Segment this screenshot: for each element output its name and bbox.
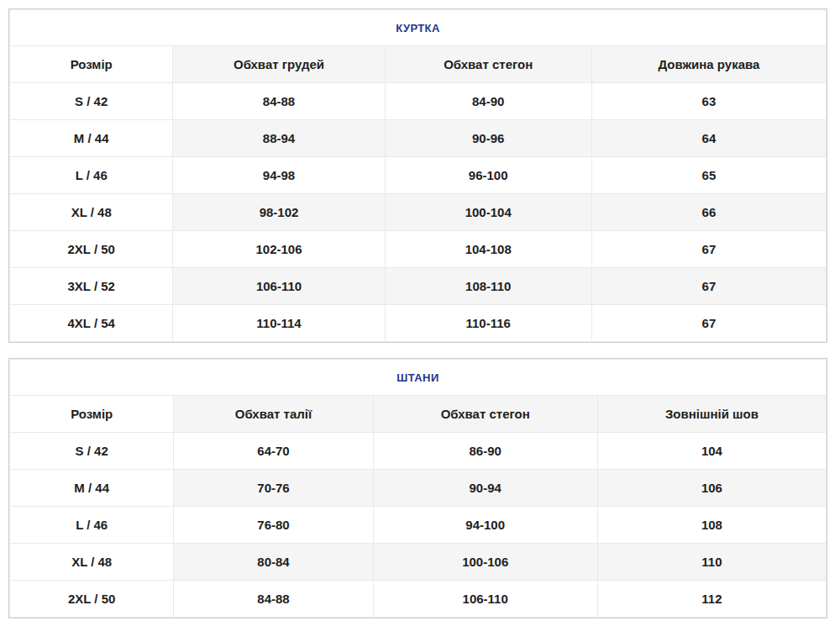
- size-cell: 2XL / 50: [10, 231, 173, 268]
- table-row: XL / 4898-102100-10466: [10, 194, 827, 231]
- size-cell: S / 42: [10, 433, 174, 470]
- value-cell: 64: [591, 120, 826, 157]
- table-row: S / 4264-7086-90104: [10, 433, 827, 470]
- column-header: Довжина рукава: [591, 46, 826, 83]
- size-cell: XL / 48: [10, 544, 174, 581]
- value-cell: 96-100: [385, 157, 591, 194]
- value-cell: 112: [597, 581, 826, 618]
- column-header: Розмір: [10, 46, 173, 83]
- value-cell: 110: [597, 544, 826, 581]
- value-cell: 106: [597, 470, 826, 507]
- value-cell: 67: [591, 231, 826, 268]
- value-cell: 108-110: [385, 268, 591, 305]
- value-cell: 84-88: [173, 83, 385, 120]
- value-cell: 100-106: [373, 544, 597, 581]
- value-cell: 104-108: [385, 231, 591, 268]
- value-cell: 88-94: [173, 120, 385, 157]
- table-row: M / 4488-9490-9664: [10, 120, 827, 157]
- size-cell: 3XL / 52: [10, 268, 173, 305]
- value-cell: 64-70: [174, 433, 373, 470]
- value-cell: 63: [591, 83, 826, 120]
- column-header: Обхват стегон: [373, 396, 597, 433]
- table-title: КУРТКА: [10, 10, 827, 46]
- size-cell: M / 44: [10, 120, 173, 157]
- table-row: 3XL / 52106-110108-11067: [10, 268, 827, 305]
- size-cell: 2XL / 50: [10, 581, 174, 618]
- value-cell: 94-100: [373, 507, 597, 544]
- value-cell: 86-90: [373, 433, 597, 470]
- table-row: XL / 4880-84100-106110: [10, 544, 827, 581]
- value-cell: 94-98: [173, 157, 385, 194]
- size-cell: L / 46: [10, 507, 174, 544]
- table-row: S / 4284-8884-9063: [10, 83, 827, 120]
- size-charts-page: КУРТКАРозмірОбхват грудейОбхват стегонДо…: [0, 0, 840, 621]
- size-table-1: ШТАНИРозмірОбхват таліїОбхват стегонЗовн…: [8, 358, 827, 618]
- value-cell: 76-80: [174, 507, 373, 544]
- value-cell: 100-104: [385, 194, 591, 231]
- value-cell: 70-76: [174, 470, 373, 507]
- column-header: Розмір: [10, 396, 174, 433]
- column-header: Обхват грудей: [173, 46, 385, 83]
- column-header: Обхват стегон: [385, 46, 591, 83]
- value-cell: 110-116: [385, 305, 591, 342]
- value-cell: 90-94: [373, 470, 597, 507]
- table-row: L / 4694-9896-10065: [10, 157, 827, 194]
- size-table: ШТАНИРозмірОбхват таліїОбхват стегонЗовн…: [9, 359, 827, 618]
- table-row: 2XL / 50102-106104-10867: [10, 231, 827, 268]
- value-cell: 67: [591, 305, 826, 342]
- column-header: Обхват талії: [174, 396, 373, 433]
- value-cell: 84-90: [385, 83, 591, 120]
- value-cell: 67: [591, 268, 826, 305]
- table-row: 2XL / 5084-88106-110112: [10, 581, 827, 618]
- value-cell: 90-96: [385, 120, 591, 157]
- value-cell: 80-84: [174, 544, 373, 581]
- size-table-0: КУРТКАРозмірОбхват грудейОбхват стегонДо…: [8, 8, 827, 343]
- value-cell: 106-110: [173, 268, 385, 305]
- value-cell: 98-102: [173, 194, 385, 231]
- size-cell: L / 46: [10, 157, 173, 194]
- column-header: Зовнішній шов: [597, 396, 826, 433]
- size-charts: КУРТКАРозмірОбхват грудейОбхват стегонДо…: [8, 8, 827, 618]
- value-cell: 102-106: [173, 231, 385, 268]
- size-cell: M / 44: [10, 470, 174, 507]
- table-row: 4XL / 54110-114110-11667: [10, 305, 827, 342]
- value-cell: 106-110: [373, 581, 597, 618]
- value-cell: 108: [597, 507, 826, 544]
- table-row: M / 4470-7690-94106: [10, 470, 827, 507]
- value-cell: 65: [591, 157, 826, 194]
- size-table: КУРТКАРозмірОбхват грудейОбхват стегонДо…: [9, 9, 827, 342]
- table-title-row: ШТАНИ: [10, 360, 827, 396]
- size-cell: 4XL / 54: [10, 305, 173, 342]
- column-header-row: РозмірОбхват таліїОбхват стегонЗовнішній…: [10, 396, 827, 433]
- table-row: L / 4676-8094-100108: [10, 507, 827, 544]
- value-cell: 66: [591, 194, 826, 231]
- table-title-row: КУРТКА: [10, 10, 827, 46]
- value-cell: 110-114: [173, 305, 385, 342]
- column-header-row: РозмірОбхват грудейОбхват стегонДовжина …: [10, 46, 827, 83]
- size-cell: S / 42: [10, 83, 173, 120]
- value-cell: 104: [597, 433, 826, 470]
- table-title: ШТАНИ: [10, 360, 827, 396]
- value-cell: 84-88: [174, 581, 373, 618]
- size-cell: XL / 48: [10, 194, 173, 231]
